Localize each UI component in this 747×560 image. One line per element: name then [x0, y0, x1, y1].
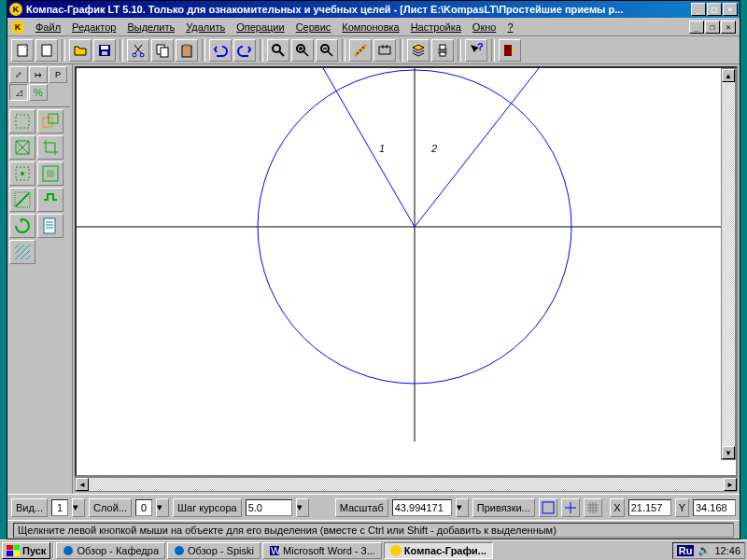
svg-rect-26 — [47, 170, 54, 177]
redo-button[interactable] — [233, 39, 256, 62]
scale-input[interactable] — [392, 499, 452, 516]
scroll-up-button[interactable]: ▲ — [722, 69, 735, 82]
tool-select-chain[interactable] — [37, 188, 63, 212]
task-3[interactable]: WMicrosoft Word - 3... — [262, 542, 382, 559]
clock[interactable]: 12:46 — [714, 545, 740, 556]
step-dropdown[interactable]: ▾ — [296, 498, 309, 517]
view-dropdown[interactable]: ▾ — [72, 498, 85, 517]
tool-hatch[interactable] — [9, 240, 35, 264]
new-doc-button[interactable] — [35, 39, 58, 62]
tool-select-rect[interactable] — [9, 109, 35, 133]
window-title: Компас-График LT 5.10. Только для ознако… — [26, 4, 691, 15]
exit-button[interactable] — [499, 39, 521, 62]
svg-rect-16 — [440, 45, 445, 49]
main-toolbar: ? — [7, 36, 740, 64]
x-input[interactable] — [628, 499, 671, 516]
zoom-out-button[interactable] — [316, 39, 338, 62]
svg-rect-34 — [543, 502, 554, 513]
x-label: X — [610, 498, 624, 517]
open-button[interactable] — [69, 39, 92, 62]
taskbar: Пуск Обзор - Кафедра Обзор - Spiski WMic… — [0, 539, 747, 560]
svg-rect-22 — [49, 114, 58, 123]
layer-button[interactable]: Слой... — [89, 498, 132, 517]
tool-select-all[interactable] — [37, 161, 63, 186]
mode-percent-button[interactable]: % — [29, 84, 48, 101]
new-sheet-button[interactable] — [11, 39, 34, 62]
undo-button[interactable] — [209, 39, 232, 62]
copy-button[interactable] — [151, 39, 174, 62]
tool-select-crop[interactable] — [37, 135, 63, 160]
cut-button[interactable] — [127, 39, 149, 62]
save-button[interactable] — [93, 39, 116, 62]
zoom-button[interactable] — [267, 39, 289, 62]
tool-properties[interactable] — [37, 214, 63, 238]
step-input[interactable] — [246, 499, 292, 516]
tray-volume-icon[interactable]: 🔊 — [698, 544, 711, 556]
mode-dim-button[interactable]: ⤢ — [9, 66, 28, 83]
tool-select-line[interactable] — [9, 188, 35, 212]
svg-rect-4 — [102, 51, 107, 55]
system-tray: Ru 🔊 12:46 — [672, 542, 745, 559]
maximize-button[interactable]: □ — [707, 3, 722, 16]
menu-delete[interactable]: Удалить — [180, 20, 231, 35]
help-button[interactable]: ? — [465, 39, 487, 62]
mode-p-button[interactable]: P — [49, 66, 67, 83]
lang-indicator[interactable]: Ru — [677, 545, 695, 556]
svg-rect-19 — [504, 45, 512, 56]
view-button[interactable]: Вид... — [11, 498, 48, 517]
svg-rect-9 — [182, 46, 191, 57]
menu-editor[interactable]: Редактор — [66, 20, 121, 35]
svg-rect-10 — [184, 44, 190, 47]
mode-line-button[interactable]: ◿ — [9, 84, 28, 101]
scale-dropdown[interactable]: ▾ — [456, 498, 469, 517]
vertical-scrollbar[interactable]: ▲ ▼ — [721, 68, 736, 460]
menu-layout[interactable]: Компоновка — [336, 20, 404, 35]
refresh-button[interactable] — [374, 39, 396, 62]
y-label: Y — [675, 498, 689, 517]
menu-help[interactable]: ? — [501, 20, 518, 35]
task-1[interactable]: Обзор - Кафедра — [56, 542, 165, 559]
layers-button[interactable] — [407, 39, 430, 62]
menu-operations[interactable]: Операции — [231, 20, 289, 35]
mdi-restore-button[interactable]: ❐ — [705, 21, 720, 34]
layer-dropdown[interactable]: ▾ — [156, 498, 169, 517]
layer-input[interactable] — [135, 499, 152, 516]
grid-toggle[interactable] — [584, 498, 602, 517]
horizontal-scrollbar[interactable]: ◄ ► — [75, 477, 738, 492]
tool-select-add[interactable] — [37, 109, 63, 133]
canvas-label-2: 2 — [430, 143, 437, 154]
view-input[interactable] — [51, 499, 68, 516]
tool-select-poly[interactable] — [9, 135, 35, 160]
tool-rotate[interactable] — [9, 214, 35, 238]
task-4-active[interactable]: Компас-Графи... — [384, 542, 493, 559]
close-button[interactable]: × — [723, 3, 738, 16]
svg-rect-21 — [43, 118, 52, 127]
minimize-button[interactable]: _ — [691, 3, 706, 16]
menu-window[interactable]: Окно — [467, 20, 502, 35]
svg-rect-17 — [440, 52, 445, 56]
measure-button[interactable] — [349, 39, 372, 62]
mdi-close-button[interactable]: × — [721, 21, 736, 34]
mdi-minimize-button[interactable]: _ — [689, 21, 704, 34]
svg-point-35 — [63, 546, 73, 555]
titlebar: K Компас-График LT 5.10. Только для озна… — [7, 1, 740, 18]
tool-select-window[interactable] — [9, 161, 35, 186]
scroll-right-button[interactable]: ► — [724, 478, 737, 491]
menu-select[interactable]: Выделить — [121, 20, 180, 35]
print-button[interactable] — [431, 39, 454, 62]
mode-arrow-button[interactable]: ↦ — [29, 66, 48, 83]
menu-file[interactable]: Файл — [30, 20, 66, 35]
zoom-in-button[interactable] — [291, 39, 314, 62]
scroll-left-button[interactable]: ◄ — [76, 478, 89, 491]
snap-button[interactable]: Привязки... — [472, 498, 535, 517]
drawing-canvas[interactable]: 1 2 ▲ ▼ — [75, 66, 738, 477]
paste-button[interactable] — [176, 39, 198, 62]
menu-settings[interactable]: Настройка — [405, 20, 467, 35]
snap-toggle-1[interactable] — [539, 498, 557, 517]
start-button[interactable]: Пуск — [2, 542, 50, 559]
y-input[interactable] — [693, 499, 736, 516]
menu-service[interactable]: Сервис — [290, 20, 337, 35]
task-2[interactable]: Обзор - Spiski — [167, 542, 261, 559]
snap-toggle-2[interactable] — [561, 498, 580, 517]
scroll-down-button[interactable]: ▼ — [722, 446, 735, 459]
